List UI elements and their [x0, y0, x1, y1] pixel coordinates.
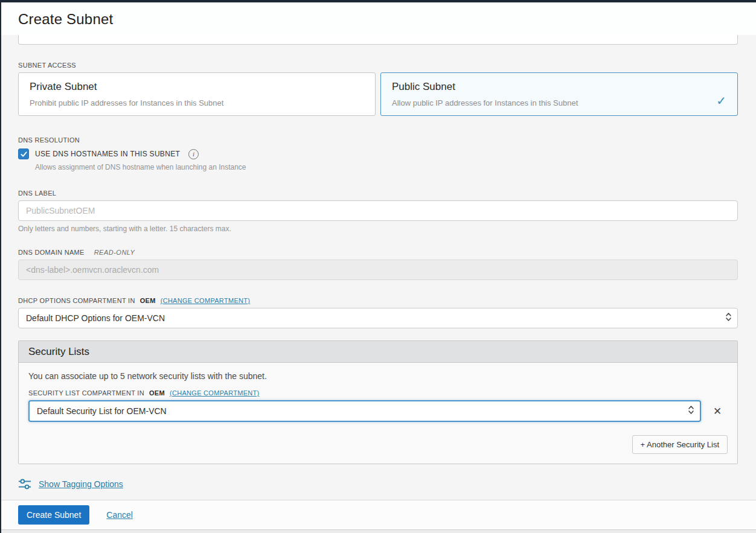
public-subnet-card[interactable]: Public Subnet Allow public IP addresses … — [380, 72, 738, 116]
security-list-compartment-name: OEM — [149, 389, 165, 397]
security-lists-header: Security Lists — [19, 341, 737, 363]
security-lists-description: You can associate up to 5 network securi… — [28, 371, 728, 381]
dns-domain-name-label-row: DNS DOMAIN NAME READ-ONLY — [18, 249, 738, 256]
dns-label-help: Only letters and numbers, starting with … — [18, 225, 738, 233]
window-top-edge — [0, 0, 756, 2]
subnet-access-label: SUBNET ACCESS — [18, 62, 738, 69]
dns-hostnames-checkbox[interactable] — [18, 148, 29, 159]
dialog-body: SUBNET ACCESS Private Subnet Prohibit pu… — [0, 35, 756, 500]
dns-resolution-help: Allows assignment of DNS hostname when l… — [35, 163, 738, 171]
subnet-access-options: Private Subnet Prohibit public IP addres… — [18, 72, 738, 116]
dns-label-label: DNS LABEL — [18, 190, 738, 197]
remove-security-list-icon[interactable]: ✕ — [707, 405, 728, 418]
public-subnet-title: Public Subnet — [392, 81, 726, 93]
info-icon[interactable]: i — [188, 149, 199, 159]
create-subnet-button[interactable]: Create Subnet — [18, 505, 89, 525]
dns-label-input[interactable] — [18, 200, 738, 221]
dhcp-options-select[interactable]: Default DHCP Options for OEM-VCN — [18, 308, 738, 328]
dns-hostnames-row: USE DNS HOSTNAMES IN THIS SUBNET i — [18, 148, 738, 159]
dialog-header: Create Subnet — [0, 2, 756, 35]
dhcp-options-selected-value: Default DHCP Options for OEM-VCN — [26, 313, 165, 323]
dns-resolution-label: DNS RESOLUTION — [18, 136, 738, 144]
page-title: Create Subnet — [18, 11, 756, 28]
checkmark-icon — [20, 150, 28, 158]
add-security-list-button[interactable]: + Another Security List — [632, 435, 728, 454]
read-only-tag: READ-ONLY — [94, 249, 135, 256]
security-lists-title: Security Lists — [28, 346, 89, 358]
truncated-input[interactable] — [18, 35, 738, 45]
check-icon: ✓ — [716, 94, 726, 108]
private-subnet-title: Private Subnet — [30, 81, 364, 93]
security-list-selected-value: Default Security List for OEM-VCN — [37, 406, 167, 416]
add-security-list-row: + Another Security List — [28, 435, 728, 454]
security-list-select[interactable]: Default Security List for OEM-VCN — [28, 400, 701, 422]
security-list-row: Default Security List for OEM-VCN ✕ — [28, 400, 728, 422]
dns-domain-name-input — [18, 260, 738, 280]
tagging-options-row: Show Tagging Options — [18, 477, 738, 491]
create-subnet-dialog: Create Subnet SUBNET ACCESS Private Subn… — [0, 0, 756, 533]
dialog-bottom-strip — [0, 529, 756, 533]
dhcp-compartment-label: DHCP OPTIONS COMPARTMENT IN — [18, 297, 135, 304]
security-list-compartment-label: SECURITY LIST COMPARTMENT IN — [28, 389, 144, 397]
sliders-icon — [18, 477, 31, 491]
dialog-footer: Create Subnet Cancel — [0, 500, 756, 529]
dhcp-change-compartment-link[interactable]: (CHANGE COMPARTMENT) — [161, 297, 251, 304]
security-lists-panel: Security Lists You can associate up to 5… — [18, 340, 738, 464]
show-tagging-options-link[interactable]: Show Tagging Options — [39, 479, 123, 489]
public-subnet-description: Allow public IP addresses for Instances … — [392, 98, 726, 107]
security-list-compartment-label-row: SECURITY LIST COMPARTMENT IN OEM (CHANGE… — [28, 389, 728, 397]
security-lists-body: You can associate up to 5 network securi… — [19, 363, 737, 464]
private-subnet-card[interactable]: Private Subnet Prohibit public IP addres… — [18, 72, 376, 116]
security-list-change-compartment-link[interactable]: (CHANGE COMPARTMENT) — [170, 389, 260, 397]
chevron-up-down-icon — [688, 404, 694, 418]
dhcp-compartment-label-row: DHCP OPTIONS COMPARTMENT IN OEM (CHANGE … — [18, 297, 738, 304]
chevron-up-down-icon — [725, 311, 732, 325]
dns-hostnames-checkbox-label: USE DNS HOSTNAMES IN THIS SUBNET — [35, 150, 180, 158]
cancel-link[interactable]: Cancel — [106, 510, 133, 520]
private-subnet-description: Prohibit public IP addresses for Instanc… — [30, 98, 364, 107]
dns-domain-name-label: DNS DOMAIN NAME — [18, 249, 85, 256]
dhcp-compartment-name: OEM — [140, 297, 156, 304]
window-left-edge — [0, 0, 1, 533]
